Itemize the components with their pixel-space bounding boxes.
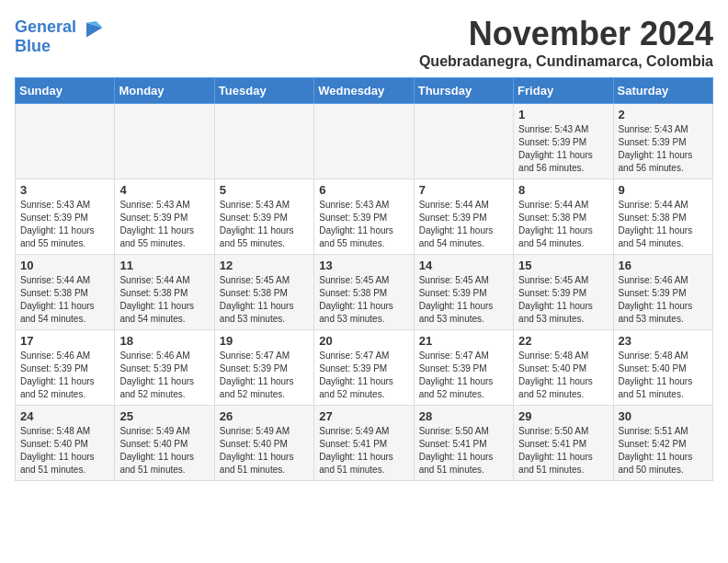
day-info: Sunrise: 5:50 AM Sunset: 5:41 PM Dayligh… xyxy=(518,425,608,477)
day-info: Sunrise: 5:44 AM Sunset: 5:38 PM Dayligh… xyxy=(20,274,109,326)
day-number: 29 xyxy=(518,409,608,423)
calendar-cell: 22Sunrise: 5:48 AM Sunset: 5:40 PM Dayli… xyxy=(514,330,613,406)
day-number: 24 xyxy=(20,409,109,423)
calendar-cell xyxy=(16,104,115,179)
page-header: General Blue November 2024 Quebradanegra… xyxy=(15,15,713,70)
day-info: Sunrise: 5:44 AM Sunset: 5:38 PM Dayligh… xyxy=(518,199,608,250)
day-info: Sunrise: 5:43 AM Sunset: 5:39 PM Dayligh… xyxy=(20,199,109,250)
month-title: November 2024 xyxy=(419,15,713,53)
day-info: Sunrise: 5:45 AM Sunset: 5:39 PM Dayligh… xyxy=(419,274,508,326)
weekday-header: Sunday xyxy=(16,78,115,104)
day-number: 5 xyxy=(220,183,309,197)
calendar-week-row: 1Sunrise: 5:43 AM Sunset: 5:39 PM Daylig… xyxy=(16,104,713,179)
day-info: Sunrise: 5:48 AM Sunset: 5:40 PM Dayligh… xyxy=(518,350,608,401)
day-info: Sunrise: 5:44 AM Sunset: 5:38 PM Dayligh… xyxy=(619,199,708,250)
day-number: 3 xyxy=(20,183,109,197)
weekday-header: Wednesday xyxy=(314,78,414,104)
calendar-cell: 11Sunrise: 5:44 AM Sunset: 5:38 PM Dayli… xyxy=(115,255,214,330)
day-info: Sunrise: 5:45 AM Sunset: 5:39 PM Dayligh… xyxy=(518,274,608,326)
day-number: 4 xyxy=(119,183,209,197)
calendar-cell: 9Sunrise: 5:44 AM Sunset: 5:38 PM Daylig… xyxy=(613,179,712,255)
day-number: 28 xyxy=(419,409,508,423)
calendar-cell: 23Sunrise: 5:48 AM Sunset: 5:40 PM Dayli… xyxy=(613,330,712,406)
calendar-cell: 16Sunrise: 5:46 AM Sunset: 5:39 PM Dayli… xyxy=(613,255,712,330)
calendar-cell: 20Sunrise: 5:47 AM Sunset: 5:39 PM Dayli… xyxy=(314,330,414,406)
calendar-cell: 3Sunrise: 5:43 AM Sunset: 5:39 PM Daylig… xyxy=(16,179,115,255)
day-info: Sunrise: 5:46 AM Sunset: 5:39 PM Dayligh… xyxy=(619,274,708,326)
day-info: Sunrise: 5:48 AM Sunset: 5:40 PM Dayligh… xyxy=(20,425,109,477)
logo: General Blue xyxy=(15,15,106,56)
calendar-cell: 18Sunrise: 5:46 AM Sunset: 5:39 PM Dayli… xyxy=(115,330,214,406)
day-info: Sunrise: 5:47 AM Sunset: 5:39 PM Dayligh… xyxy=(319,350,408,401)
day-info: Sunrise: 5:43 AM Sunset: 5:39 PM Dayligh… xyxy=(220,199,309,250)
calendar-cell: 4Sunrise: 5:43 AM Sunset: 5:39 PM Daylig… xyxy=(115,179,214,255)
day-info: Sunrise: 5:47 AM Sunset: 5:39 PM Dayligh… xyxy=(220,350,309,401)
day-number: 20 xyxy=(319,334,408,348)
day-number: 13 xyxy=(319,259,408,272)
day-info: Sunrise: 5:49 AM Sunset: 5:40 PM Dayligh… xyxy=(119,425,209,477)
logo-text: General xyxy=(15,18,76,37)
day-number: 14 xyxy=(419,259,508,272)
day-number: 19 xyxy=(220,334,309,348)
day-number: 26 xyxy=(220,409,309,423)
calendar-cell: 2Sunrise: 5:43 AM Sunset: 5:39 PM Daylig… xyxy=(613,104,712,179)
calendar-cell: 5Sunrise: 5:43 AM Sunset: 5:39 PM Daylig… xyxy=(214,179,313,255)
calendar-cell: 10Sunrise: 5:44 AM Sunset: 5:38 PM Dayli… xyxy=(16,255,115,330)
calendar-cell xyxy=(214,104,313,179)
title-area: November 2024 Quebradanegra, Cundinamarc… xyxy=(419,15,713,70)
calendar-cell xyxy=(414,104,513,179)
day-info: Sunrise: 5:43 AM Sunset: 5:39 PM Dayligh… xyxy=(518,123,608,175)
calendar-cell: 19Sunrise: 5:47 AM Sunset: 5:39 PM Dayli… xyxy=(214,330,313,406)
weekday-header: Saturday xyxy=(613,78,712,104)
calendar-cell: 21Sunrise: 5:47 AM Sunset: 5:39 PM Dayli… xyxy=(414,330,513,406)
day-number: 9 xyxy=(619,183,708,197)
calendar-cell: 15Sunrise: 5:45 AM Sunset: 5:39 PM Dayli… xyxy=(514,255,613,330)
day-number: 16 xyxy=(619,259,708,272)
weekday-header: Thursday xyxy=(414,78,513,104)
day-info: Sunrise: 5:49 AM Sunset: 5:40 PM Dayligh… xyxy=(220,425,309,477)
day-info: Sunrise: 5:44 AM Sunset: 5:39 PM Dayligh… xyxy=(419,199,508,250)
calendar-cell xyxy=(314,104,414,179)
day-number: 27 xyxy=(319,409,408,423)
day-info: Sunrise: 5:46 AM Sunset: 5:39 PM Dayligh… xyxy=(20,350,109,401)
day-info: Sunrise: 5:49 AM Sunset: 5:41 PM Dayligh… xyxy=(319,425,408,477)
calendar-week-row: 10Sunrise: 5:44 AM Sunset: 5:38 PM Dayli… xyxy=(16,255,713,330)
calendar-cell: 27Sunrise: 5:49 AM Sunset: 5:41 PM Dayli… xyxy=(314,406,414,481)
weekday-header: Friday xyxy=(514,78,613,104)
calendar-cell: 14Sunrise: 5:45 AM Sunset: 5:39 PM Dayli… xyxy=(414,255,513,330)
calendar-week-row: 24Sunrise: 5:48 AM Sunset: 5:40 PM Dayli… xyxy=(16,406,713,481)
day-number: 2 xyxy=(619,108,708,121)
day-info: Sunrise: 5:43 AM Sunset: 5:39 PM Dayligh… xyxy=(119,199,209,250)
weekday-header: Tuesday xyxy=(214,78,313,104)
day-number: 22 xyxy=(518,334,608,348)
day-info: Sunrise: 5:50 AM Sunset: 5:41 PM Dayligh… xyxy=(419,425,508,477)
day-number: 12 xyxy=(220,259,309,272)
day-number: 17 xyxy=(20,334,109,348)
day-info: Sunrise: 5:43 AM Sunset: 5:39 PM Dayligh… xyxy=(319,199,408,250)
calendar-cell: 7Sunrise: 5:44 AM Sunset: 5:39 PM Daylig… xyxy=(414,179,513,255)
calendar-cell xyxy=(115,104,214,179)
day-number: 18 xyxy=(119,334,209,348)
calendar-cell: 30Sunrise: 5:51 AM Sunset: 5:42 PM Dayli… xyxy=(613,406,712,481)
day-number: 7 xyxy=(419,183,508,197)
calendar-cell: 8Sunrise: 5:44 AM Sunset: 5:38 PM Daylig… xyxy=(514,179,613,255)
day-info: Sunrise: 5:47 AM Sunset: 5:39 PM Dayligh… xyxy=(419,350,508,401)
location-title: Quebradanegra, Cundinamarca, Colombia xyxy=(419,53,713,70)
calendar-week-row: 3Sunrise: 5:43 AM Sunset: 5:39 PM Daylig… xyxy=(16,179,713,255)
day-info: Sunrise: 5:46 AM Sunset: 5:39 PM Dayligh… xyxy=(119,350,209,401)
calendar-table: SundayMondayTuesdayWednesdayThursdayFrid… xyxy=(15,77,713,481)
calendar-cell: 17Sunrise: 5:46 AM Sunset: 5:39 PM Dayli… xyxy=(16,330,115,406)
day-info: Sunrise: 5:51 AM Sunset: 5:42 PM Dayligh… xyxy=(619,425,708,477)
day-info: Sunrise: 5:44 AM Sunset: 5:38 PM Dayligh… xyxy=(119,274,209,326)
day-number: 8 xyxy=(518,183,608,197)
logo-icon xyxy=(80,15,106,40)
calendar-cell: 13Sunrise: 5:45 AM Sunset: 5:38 PM Dayli… xyxy=(314,255,414,330)
day-number: 30 xyxy=(619,409,708,423)
weekday-header: Monday xyxy=(115,78,214,104)
day-info: Sunrise: 5:43 AM Sunset: 5:39 PM Dayligh… xyxy=(619,123,708,175)
calendar-cell: 24Sunrise: 5:48 AM Sunset: 5:40 PM Dayli… xyxy=(16,406,115,481)
day-number: 23 xyxy=(619,334,708,348)
day-info: Sunrise: 5:45 AM Sunset: 5:38 PM Dayligh… xyxy=(319,274,408,326)
day-info: Sunrise: 5:45 AM Sunset: 5:38 PM Dayligh… xyxy=(220,274,309,326)
day-number: 6 xyxy=(319,183,408,197)
